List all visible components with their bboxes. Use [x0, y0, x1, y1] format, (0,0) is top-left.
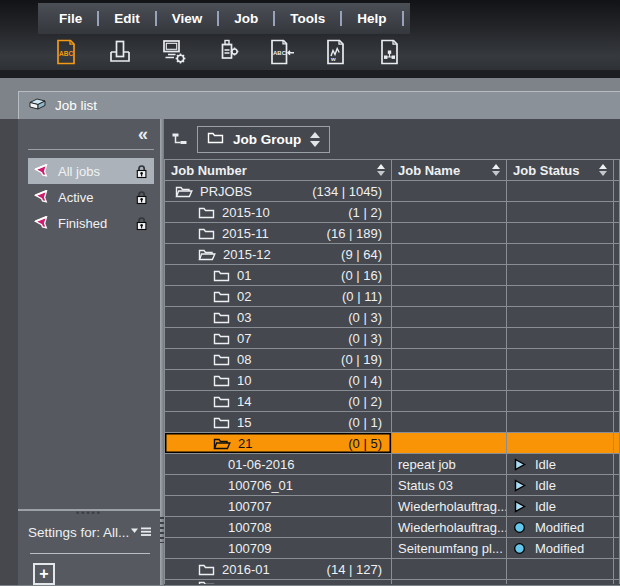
filter-funnel-icon [34, 164, 51, 179]
horizontal-splitter[interactable]: ••••• [18, 509, 160, 517]
device-settings-button[interactable] [212, 36, 244, 68]
menu-tools[interactable]: Tools [275, 11, 340, 26]
status-modified-icon [513, 521, 526, 534]
job-number-cell: 10(0 | 4) [164, 370, 392, 391]
sidebar: « All jobsActiveFinished ••••• Settings … [18, 119, 160, 585]
group-row[interactable]: 2016-01(14 | 127) [164, 559, 620, 580]
group-count: (0 | 11) [342, 289, 385, 304]
left-gutter [0, 119, 18, 585]
collapse-sidebar-button[interactable]: « [138, 125, 148, 143]
job-structure-button[interactable] [374, 36, 406, 68]
column-header-job-name[interactable]: Job Name [392, 159, 507, 181]
job-number: 100707 [228, 499, 271, 514]
menu-view[interactable]: View [157, 11, 218, 26]
group-row[interactable]: 14(0 | 2) [164, 391, 620, 412]
job-number: 01-06-2016 [228, 457, 295, 472]
job-name-cell [392, 223, 507, 244]
sidebar-item-active[interactable]: Active [28, 184, 154, 210]
job-number-cell: PRJOBS(134 | 1045) [164, 181, 392, 202]
vertical-splitter[interactable] [160, 119, 164, 585]
job-verify-button[interactable]: w [320, 36, 352, 68]
group-row[interactable]: 02(0 | 11) [164, 286, 620, 307]
job-status-cell [507, 223, 614, 244]
system-settings-button[interactable] [158, 36, 190, 68]
job-status-cell [507, 244, 614, 265]
job-row[interactable]: 100708Wiederholauftrag...Modified [164, 517, 620, 538]
folder-open-icon [175, 185, 193, 198]
sliver-cell [614, 391, 620, 412]
menu-help[interactable]: Help [342, 11, 401, 26]
group-row[interactable]: 10(0 | 4) [164, 370, 620, 391]
group-row[interactable]: 21(0 | 5) [164, 433, 620, 454]
job-name-cell [392, 391, 507, 412]
job-status-cell [507, 265, 614, 286]
job-status: Modified [535, 541, 584, 556]
menu-job[interactable]: Job [219, 11, 273, 26]
job-status: Idle [535, 499, 556, 514]
folder-open-icon [213, 437, 231, 450]
job-list-titlebar: Job list [18, 91, 620, 119]
panel-title: Job list [55, 98, 97, 113]
folder-closed-icon [198, 227, 215, 240]
group-name: 08 [237, 352, 251, 367]
job-status-cell [507, 181, 614, 202]
spinner-arrows-icon[interactable] [310, 132, 320, 147]
sort-arrows-icon [492, 164, 500, 176]
sliver-cell [614, 244, 620, 265]
settings-for-dropdown[interactable]: Settings for: All... [28, 525, 152, 540]
sliver-cell [614, 265, 620, 286]
group-name: 02 [237, 289, 251, 304]
status-idle-icon [513, 479, 526, 492]
job-name-cell [392, 433, 507, 454]
group-row[interactable]: 2015-10(1 | 2) [164, 202, 620, 223]
table-body: PRJOBS(134 | 1045)2015-10(1 | 2)2015-11(… [164, 181, 620, 584]
column-header-job-status[interactable]: Job Status [507, 159, 614, 181]
job-status-cell [507, 391, 614, 412]
doc-abc-arrow-icon: ABC [268, 38, 296, 66]
job-row[interactable]: 100707Wiederholauftrag...Idle [164, 496, 620, 517]
printer-view-button[interactable] [104, 36, 136, 68]
job-name-cell: Wiederholauftrag... [392, 517, 507, 538]
group-count: (0 | 3) [348, 310, 385, 325]
group-row[interactable]: 08(0 | 19) [164, 349, 620, 370]
group-row[interactable]: 2015-12(9 | 64) [164, 244, 620, 265]
svg-text:ABC: ABC [59, 50, 73, 57]
group-row[interactable]: 07(0 | 3) [164, 328, 620, 349]
sidebar-item-all-jobs[interactable]: All jobs [28, 158, 154, 184]
job-table: Job NumberJob NameJob Status PRJOBS(134 … [164, 159, 620, 584]
job-row[interactable]: 100706_01Status 03Idle [164, 475, 620, 496]
partial-row[interactable] [164, 580, 620, 584]
sidebar-item-finished[interactable]: Finished [28, 210, 154, 236]
group-row[interactable]: 03(0 | 3) [164, 307, 620, 328]
group-row[interactable]: 2015-11(16 | 189) [164, 223, 620, 244]
job-name-cell: Status 03 [392, 475, 507, 496]
add-setting-button[interactable]: + [33, 563, 55, 585]
menu-file[interactable]: File [44, 11, 97, 26]
folder-open-icon [198, 248, 216, 261]
job-import-button[interactable]: ABC [266, 36, 298, 68]
sliver-cell [614, 181, 620, 202]
sidebar-spacer [18, 236, 160, 509]
settings-divider [30, 553, 150, 554]
column-label: Job Number [171, 163, 247, 178]
job-number-cell: 15(0 | 1) [164, 412, 392, 433]
menu-edit[interactable]: Edit [99, 11, 155, 26]
doc-nodes-icon [377, 38, 403, 66]
column-header-job-number[interactable]: Job Number [164, 159, 392, 181]
group-name: 2015-10 [222, 205, 270, 220]
group-name: 2015-11 [222, 226, 269, 241]
folder-closed-icon [213, 332, 230, 345]
job-row[interactable]: 100709Seitenumfang pl...Modified [164, 538, 620, 559]
tree-view-icon[interactable] [171, 132, 188, 146]
job-status-cell [507, 328, 614, 349]
group-name: 03 [237, 310, 251, 325]
group-row[interactable]: PRJOBS(134 | 1045) [164, 181, 620, 202]
group-row[interactable]: 15(0 | 1) [164, 412, 620, 433]
sliver-cell [614, 286, 620, 307]
group-row[interactable]: 01(0 | 16) [164, 265, 620, 286]
table-header: Job NumberJob NameJob Status [164, 159, 620, 181]
job-list-button[interactable]: ABC [50, 36, 82, 68]
job-group-selector[interactable]: Job Group [197, 126, 330, 153]
job-status-cell [507, 370, 614, 391]
job-row[interactable]: 01-06-2016repeat jobIdle [164, 454, 620, 475]
